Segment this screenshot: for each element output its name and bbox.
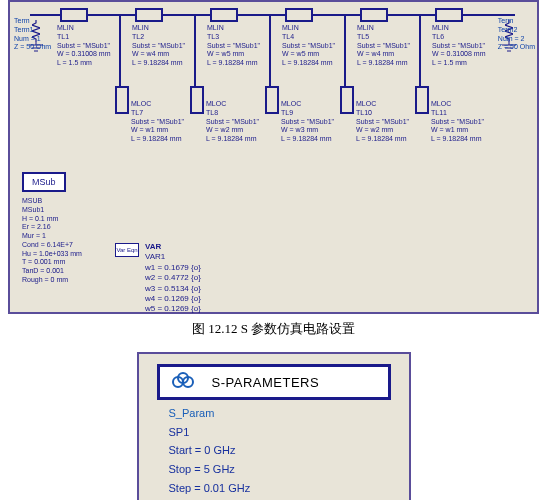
msub-tand: TanD = 0.001 xyxy=(22,267,82,276)
tl-params-TL1: MLINTL1Subst = "MSub1"W = 0.31008 mmL = … xyxy=(57,24,111,68)
circuit-diagram: Term Term1 Num = 1 Z = 50 Ohm Term Term2… xyxy=(8,0,539,314)
stub-wire xyxy=(344,16,346,86)
msub-params: MSUB MSub1 H = 0.1 mm Er = 2.16 Mur = 1 … xyxy=(22,197,82,285)
sparam-step: Step = 0.01 GHz xyxy=(169,479,251,498)
mloc-box-TL8 xyxy=(190,86,204,114)
mloc-box-TL7 xyxy=(115,86,129,114)
term1-z: Z = 50 Ohm xyxy=(14,43,51,52)
tl-params-TL4: MLINTL4Subst = "MSub1"W = w5 mmL = 9.182… xyxy=(282,24,335,68)
mloc-params-TL11: MLOCTL11Subst = "MSub1"W = w1 mmL = 9.18… xyxy=(431,100,484,144)
term1-id: Term1 xyxy=(14,26,51,35)
sparam-diagram: S-PARAMETERS S_Param SP1 Start = 0 GHz S… xyxy=(137,352,411,500)
msub-er: Er = 2.16 xyxy=(22,223,82,232)
term1-name: Term xyxy=(14,17,51,26)
sparam-name: S_Param xyxy=(169,404,251,423)
mloc-params-TL7: MLOCTL7Subst = "MSub1"W = w1 mmL = 9.182… xyxy=(131,100,184,144)
term2-num: Num = 2 xyxy=(498,35,535,44)
tl-box-TL4 xyxy=(285,8,313,22)
var-id: VAR1 xyxy=(145,252,201,262)
msub-mur: Mur = 1 xyxy=(22,232,82,241)
term1-num: Num = 1 xyxy=(14,35,51,44)
msub-button[interactable]: MSub xyxy=(22,172,66,192)
figure1-caption: 图 12.12 S 参数仿真电路设置 xyxy=(0,320,547,338)
mloc-params-TL10: MLOCTL10Subst = "MSub1"W = w2 mmL = 9.18… xyxy=(356,100,409,144)
var-icon[interactable]: Var Eqn xyxy=(115,243,139,257)
msub-title: MSUB xyxy=(22,197,82,206)
tl-box-TL5 xyxy=(360,8,388,22)
msub-rough: Rough = 0 mm xyxy=(22,276,82,285)
var-title: VAR xyxy=(145,242,201,252)
var-w1: w1 = 0.1679 {o} xyxy=(145,263,201,273)
term2-z: Z = 50 Ohm xyxy=(498,43,535,52)
tl-params-TL6: MLINTL6Subst = "MSub1"W = 0.31008 mmL = … xyxy=(432,24,486,68)
mloc-box-TL9 xyxy=(265,86,279,114)
tl-box-TL3 xyxy=(210,8,238,22)
sparam-title: S-PARAMETERS xyxy=(212,375,320,390)
sparam-icon xyxy=(164,370,202,394)
msub-cond: Cond = 6.14E+7 xyxy=(22,241,82,250)
stub-wire xyxy=(419,16,421,86)
msub-t: T = 0.001 mm xyxy=(22,258,82,267)
var-params: VAR VAR1 w1 = 0.1679 {o} w2 = 0.4772 {o}… xyxy=(145,242,201,315)
var-w2: w2 = 0.4772 {o} xyxy=(145,273,201,283)
tl-box-TL2 xyxy=(135,8,163,22)
sparam-start: Start = 0 GHz xyxy=(169,441,251,460)
tl-params-TL3: MLINTL3Subst = "MSub1"W = w5 mmL = 9.182… xyxy=(207,24,260,68)
term2-name: Term xyxy=(498,17,535,26)
term2-params: Term Term2 Num = 2 Z = 50 Ohm xyxy=(498,17,535,52)
stub-wire xyxy=(269,16,271,86)
mloc-box-TL10 xyxy=(340,86,354,114)
msub-h: H = 0.1 mm xyxy=(22,215,82,224)
tl-params-TL2: MLINTL2Subst = "MSub1"W = w4 mmL = 9.182… xyxy=(132,24,185,68)
sparam-body: S_Param SP1 Start = 0 GHz Stop = 5 GHz S… xyxy=(169,404,251,497)
var-w5: w5 = 0.1269 {o} xyxy=(145,304,201,314)
term2-id: Term2 xyxy=(498,26,535,35)
tl-params-TL5: MLINTL5Subst = "MSub1"W = w4 mmL = 9.182… xyxy=(357,24,410,68)
var-w4: w4 = 0.1269 {o} xyxy=(145,294,201,304)
stub-wire xyxy=(194,16,196,86)
sparam-stop: Stop = 5 GHz xyxy=(169,460,251,479)
mloc-box-TL11 xyxy=(415,86,429,114)
var-w3: w3 = 0.5134 {o} xyxy=(145,284,201,294)
mloc-params-TL9: MLOCTL9Subst = "MSub1"W = w3 mmL = 9.182… xyxy=(281,100,334,144)
msub-hu: Hu = 1.0e+033 mm xyxy=(22,250,82,259)
mloc-params-TL8: MLOCTL8Subst = "MSub1"W = w2 mmL = 9.182… xyxy=(206,100,259,144)
sparam-header[interactable]: S-PARAMETERS xyxy=(157,364,391,400)
tl-box-TL1 xyxy=(60,8,88,22)
tl-box-TL6 xyxy=(435,8,463,22)
term1-params: Term Term1 Num = 1 Z = 50 Ohm xyxy=(14,17,51,52)
msub-id: MSub1 xyxy=(22,206,82,215)
stub-wire xyxy=(119,16,121,86)
sparam-id: SP1 xyxy=(169,423,251,442)
